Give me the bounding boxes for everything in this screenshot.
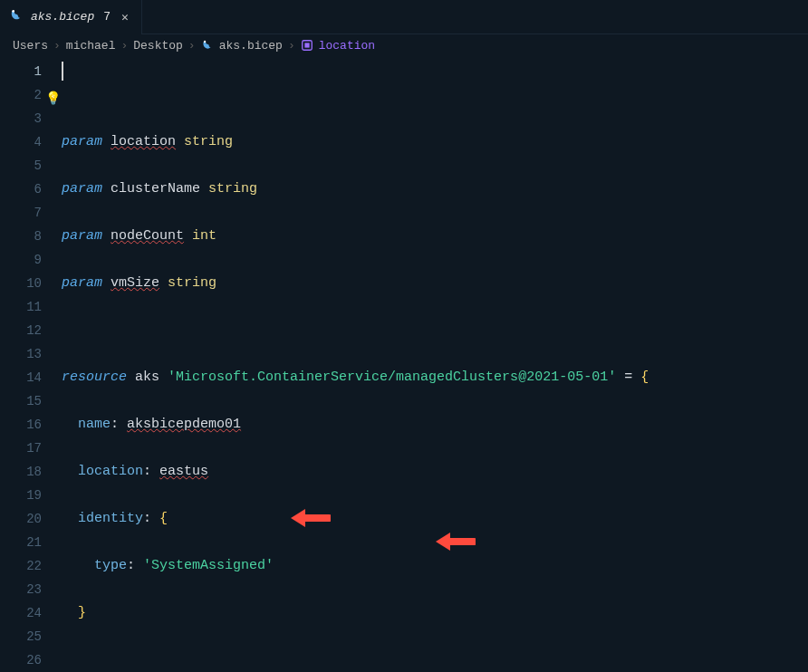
code-line[interactable]: type: 'SystemAssigned' [62, 554, 649, 578]
line-number: 6 [0, 178, 42, 201]
breadcrumb-sep: › [53, 39, 61, 53]
line-number: 19 [0, 484, 42, 507]
code-line[interactable]: param clusterName string [62, 178, 649, 201]
svg-rect-3 [304, 43, 309, 47]
svg-point-0 [12, 10, 14, 13]
bicep-file-icon [9, 8, 24, 26]
code-content[interactable]: 💡 param location string param clusterNam… [62, 60, 649, 672]
code-editor[interactable]: 1 2 3 4 5 6 7 8 9 10 11 12 13 14 15 16 1… [0, 56, 808, 672]
cursor [62, 62, 63, 81]
symbol-icon [301, 39, 313, 53]
line-gutter: 1 2 3 4 5 6 7 8 9 10 11 12 13 14 15 16 1… [0, 60, 62, 672]
tab-modified-count: 7 [103, 10, 111, 24]
svg-point-1 [204, 41, 206, 43]
breadcrumb: Users › michael › Desktop › aks.bicep › … [0, 34, 808, 56]
breadcrumb-sep: › [288, 39, 295, 53]
line-number: 11 [0, 295, 42, 319]
line-number: 2 [0, 83, 42, 107]
lightbulb-icon[interactable]: 💡 [45, 87, 61, 110]
line-number: 4 [0, 130, 42, 154]
line-number: 17 [0, 437, 42, 460]
line-number: 16 [0, 413, 42, 437]
code-line[interactable]: param location string [62, 130, 649, 154]
line-number: 10 [0, 272, 42, 295]
code-line[interactable]: } [62, 601, 649, 625]
line-number: 21 [0, 531, 42, 554]
code-line[interactable]: location: eastus [62, 460, 649, 484]
line-number: 18 [0, 460, 42, 484]
breadcrumb-sep: › [188, 39, 196, 53]
line-number: 22 [0, 554, 42, 578]
tab-bar: aks.bicep 7 ✕ [0, 0, 808, 34]
code-line[interactable]: param vmSize string [62, 272, 649, 295]
line-number: 7 [0, 201, 42, 225]
code-line[interactable]: param nodeCount int [62, 225, 649, 248]
code-line[interactable]: name: aksbicepdemo01 [62, 413, 649, 437]
tab-filename: aks.bicep [31, 10, 94, 24]
breadcrumb-sep: › [120, 39, 128, 53]
close-icon[interactable]: ✕ [118, 8, 132, 26]
line-number: 15 [0, 389, 42, 413]
line-number: 5 [0, 154, 42, 178]
breadcrumb-file[interactable]: aks.bicep [219, 39, 283, 53]
breadcrumb-users[interactable]: Users [13, 39, 48, 53]
line-number: 14 [0, 366, 42, 389]
line-number: 24 [0, 601, 42, 625]
code-line[interactable]: identity: { [62, 507, 649, 531]
breadcrumb-symbol[interactable]: location [319, 39, 375, 53]
breadcrumb-desktop[interactable]: Desktop [133, 39, 183, 53]
file-tab[interactable]: aks.bicep 7 ✕ [0, 0, 142, 34]
bicep-file-icon [201, 39, 214, 53]
line-number: 3 [0, 107, 42, 130]
code-line[interactable]: resource aks 'Microsoft.ContainerService… [62, 366, 649, 389]
line-number: 1 [0, 60, 42, 83]
line-number: 12 [0, 319, 42, 342]
line-number: 9 [0, 248, 42, 272]
line-number: 23 [0, 578, 42, 601]
line-number: 8 [0, 225, 42, 248]
code-line[interactable] [62, 319, 649, 342]
line-number: 13 [0, 342, 42, 366]
line-number: 25 [0, 625, 42, 648]
code-line[interactable] [62, 648, 649, 672]
breadcrumb-michael[interactable]: michael [66, 39, 116, 53]
line-number: 20 [0, 507, 42, 531]
line-number: 26 [0, 648, 42, 672]
